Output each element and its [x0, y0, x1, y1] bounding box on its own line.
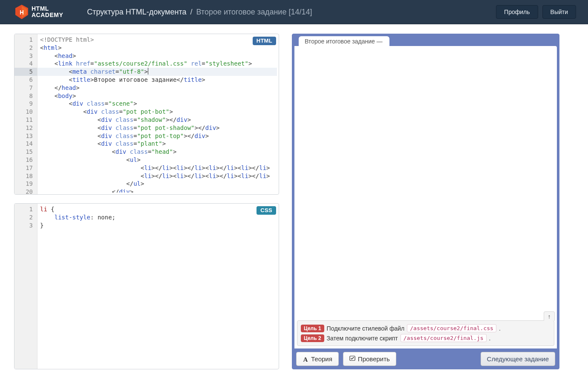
goal-1-path: /assets/course2/final.css [407, 324, 496, 332]
goal-2-path: /assets/course2/final.js [401, 334, 487, 342]
arrow-up-icon: ↑ [548, 313, 551, 320]
check-icon [349, 355, 355, 363]
goal-1-period: . [499, 325, 501, 332]
breadcrumb: Структура HTML-документа / Второе итогов… [87, 8, 496, 17]
goal-1-text: Подключите стилевой файл [327, 325, 405, 332]
goal-row-1: Цель 1 Подключите стилевой файл /assets/… [301, 323, 551, 333]
preview-frame: ↑ Цель 1 Подключите стилевой файл /asset… [294, 46, 557, 348]
preview-panel: Второе итоговое задание — ↑ Цель 1 Подкл… [292, 34, 559, 369]
html-gutter: 1234567891011121314151617181920 [14, 34, 37, 194]
logo-text: HTML ACADEMY [32, 6, 63, 18]
preview-tab[interactable]: Второе итоговое задание — [299, 36, 389, 46]
html-editor[interactable]: HTML 1234567891011121314151617181920 <!D… [14, 34, 279, 195]
check-button-label: Проверить [358, 355, 390, 363]
theory-button[interactable]: A Теория [296, 352, 339, 366]
goal-row-2: Цель 2 Затем подключите скрипт /assets/c… [301, 333, 551, 343]
next-task-button[interactable]: Следующее задание [481, 352, 555, 366]
css-gutter: 123 [14, 204, 37, 369]
preview-toolbar: A Теория Проверить Следующее задание [294, 348, 557, 367]
theory-button-label: Теория [311, 355, 332, 363]
shield-icon [15, 5, 28, 19]
goal-2-badge: Цель 2 [301, 334, 324, 342]
goals-collapse-button[interactable]: ↑ [544, 311, 555, 321]
app-header: HTML ACADEMY Структура HTML-документа / … [0, 0, 588, 24]
main-layout: HTML 1234567891011121314151617181920 <!D… [0, 24, 588, 378]
goal-2-period: . [489, 335, 491, 342]
breadcrumb-task: Второе итоговое задание [14/14] [196, 8, 312, 16]
breadcrumb-sep: / [190, 8, 192, 16]
check-button[interactable]: Проверить [343, 352, 396, 366]
css-code[interactable]: li { list-style: none;} [37, 205, 277, 367]
header-buttons: Профиль Выйти [496, 5, 576, 19]
editors-column: HTML 1234567891011121314151617181920 <!D… [14, 34, 279, 369]
html-code[interactable]: <!DOCTYPE html><html> <head> <link href=… [37, 36, 277, 193]
font-icon: A [303, 356, 308, 362]
css-editor[interactable]: CSS 123 li { list-style: none;} [14, 203, 279, 369]
logout-button[interactable]: Выйти [542, 5, 576, 19]
profile-button[interactable]: Профиль [496, 5, 538, 19]
logo[interactable]: HTML ACADEMY [15, 5, 63, 19]
breadcrumb-course[interactable]: Структура HTML-документа [87, 8, 186, 16]
goal-1-badge: Цель 1 [301, 325, 324, 332]
goal-2-text: Затем подключите скрипт [327, 335, 398, 342]
goals-panel: ↑ Цель 1 Подключите стилевой файл /asset… [297, 320, 554, 346]
